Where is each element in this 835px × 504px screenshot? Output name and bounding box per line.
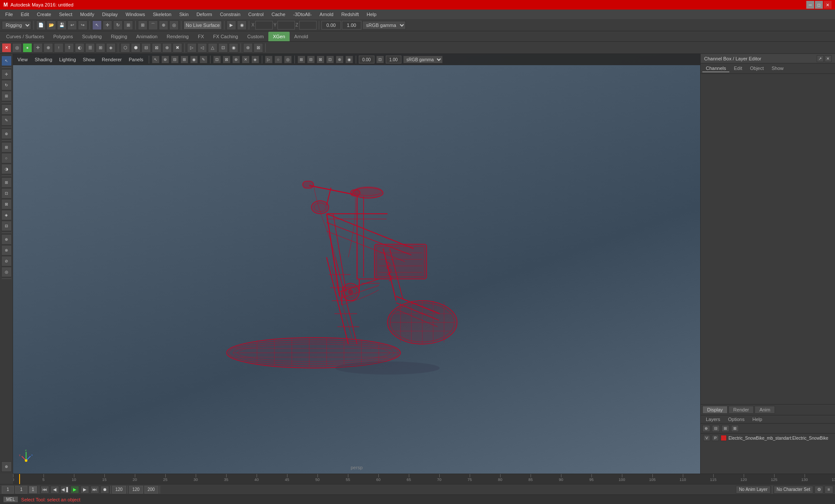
color-space-dropdown[interactable]: sRGB gamma: [362, 21, 406, 30]
icon-lt-8[interactable]: ◎: [1, 267, 12, 277]
timeline-cursor[interactable]: [19, 474, 20, 484]
layer-ctrl-btn-3[interactable]: ⊞: [721, 425, 729, 432]
save-file-button[interactable]: 💾: [57, 20, 67, 30]
vp-icon-18[interactable]: ⊡: [326, 56, 334, 63]
no-anim-layer-btn[interactable]: No Anim Layer: [736, 486, 771, 494]
lasso-btn[interactable]: ◎: [12, 43, 22, 53]
panel-close-btn[interactable]: ✕: [825, 55, 832, 62]
tool21-btn[interactable]: ◉: [229, 43, 238, 53]
select-icon-btn[interactable]: ✕: [2, 43, 11, 53]
bp-sub-options[interactable]: Options: [725, 416, 748, 422]
bp-tab-anim[interactable]: Anim: [755, 406, 775, 414]
menu-deform[interactable]: Deform: [193, 10, 216, 19]
tool11-btn[interactable]: ⬡: [120, 43, 130, 53]
vp-icon-3[interactable]: ⊟: [171, 56, 179, 63]
channel-tab-channels[interactable]: Channels: [702, 65, 729, 72]
tab-arnold[interactable]: Arnold: [290, 32, 313, 41]
tool9-btn[interactable]: ⊞: [96, 43, 105, 53]
bp-tab-display[interactable]: Display: [702, 406, 728, 414]
frame-end-input[interactable]: [112, 486, 126, 494]
vp-color-space[interactable]: sRGB gamma: [403, 56, 443, 63]
vp-icon-4[interactable]: ⊞: [180, 56, 188, 63]
show-manip-btn[interactable]: ⊕: [1, 129, 12, 139]
icon-lt-9[interactable]: ⊕: [1, 461, 12, 472]
vp-renderer-menu[interactable]: Renderer: [99, 55, 124, 64]
vp-icon-17[interactable]: ⊠: [317, 56, 324, 63]
select-lt-btn[interactable]: ↖: [1, 56, 12, 66]
paint-btn[interactable]: ●: [23, 43, 32, 53]
minimize-button[interactable]: ─: [806, 1, 814, 9]
snap-point-button[interactable]: ⊕: [159, 20, 168, 30]
timeline-ruler[interactable]: 0510152025303540455055606570758085909510…: [13, 474, 835, 484]
tab-xgen[interactable]: XGen: [268, 32, 289, 41]
bp-sub-help[interactable]: Help: [749, 416, 766, 422]
menu-display[interactable]: Display: [99, 10, 121, 19]
icon-lt-4[interactable]: ⊟: [1, 221, 12, 231]
vp-icon-5[interactable]: ◉: [190, 56, 198, 63]
frame-start-input[interactable]: [2, 486, 14, 494]
channel-tab-object[interactable]: Object: [746, 65, 767, 72]
x-input[interactable]: [255, 21, 273, 30]
menu-skin[interactable]: Skin: [176, 10, 192, 19]
vp-panels-menu[interactable]: Panels: [126, 55, 146, 64]
tab-rigging[interactable]: Rigging: [107, 32, 131, 41]
tab-fx-caching[interactable]: FX Caching: [209, 32, 242, 41]
move-tool-button[interactable]: ✛: [103, 20, 112, 30]
tab-animation[interactable]: Animation: [132, 32, 162, 41]
char-set-opt-btn[interactable]: ⚙: [815, 486, 823, 494]
menu-windows[interactable]: Windows: [122, 10, 149, 19]
go-to-start-btn[interactable]: ⏮: [40, 486, 49, 494]
scale-tool-button[interactable]: ⊞: [124, 20, 133, 30]
layer-vis-v[interactable]: V: [703, 435, 710, 441]
val1-input[interactable]: 0.00: [321, 21, 341, 30]
tab-polygons[interactable]: Polygons: [49, 32, 77, 41]
menu-redshift[interactable]: Redshift: [338, 10, 362, 19]
bp-tab-render[interactable]: Render: [728, 406, 754, 414]
menu-edit[interactable]: Edit: [17, 10, 33, 19]
new-file-button[interactable]: 📄: [36, 20, 46, 30]
vp-icon-19[interactable]: ⊕: [336, 56, 344, 63]
tab-sculpting[interactable]: Sculpting: [78, 32, 106, 41]
layer-ctrl-btn-4[interactable]: ⊠: [731, 425, 739, 432]
open-file-button[interactable]: 📂: [47, 20, 56, 30]
tool12-btn[interactable]: ⬢: [131, 43, 140, 53]
menu-file[interactable]: File: [2, 10, 17, 19]
tool18-btn[interactable]: ◁: [197, 43, 207, 53]
tool10-btn[interactable]: ◈: [106, 43, 116, 53]
step-fwd-btn[interactable]: ▶: [80, 486, 89, 494]
z-input[interactable]: [299, 21, 317, 30]
icon-lt-2[interactable]: ⊠: [1, 199, 12, 209]
menu-skeleton[interactable]: Skeleton: [149, 10, 175, 19]
tab-curves-surfaces[interactable]: Curves / Surfaces: [2, 32, 48, 41]
menu-help[interactable]: Help: [363, 10, 380, 19]
icon-lt-1[interactable]: ⊡: [1, 188, 12, 199]
vp-shading-menu[interactable]: Shading: [32, 55, 55, 64]
step-back-btn[interactable]: ◀: [50, 486, 59, 494]
vp-icon-12[interactable]: ▷: [265, 56, 273, 63]
char-set-btn2[interactable]: ≡: [825, 486, 833, 494]
close-button[interactable]: ✕: [824, 1, 832, 9]
vp-lighting-menu[interactable]: Lighting: [57, 55, 79, 64]
frame-range-start[interactable]: [129, 486, 143, 494]
vp-icon-20[interactable]: ◉: [345, 56, 353, 63]
tool16-btn[interactable]: ✖: [173, 43, 182, 53]
vp-show-menu[interactable]: Show: [80, 55, 98, 64]
maximize-button[interactable]: □: [815, 1, 823, 9]
vp-icon-21[interactable]: ⊡: [376, 56, 384, 63]
anim-layer-btn[interactable]: 1: [29, 486, 37, 494]
frame-range-end[interactable]: [144, 486, 158, 494]
layer-color-swatch[interactable]: [721, 435, 727, 441]
icon-lt-5[interactable]: ⊕: [1, 234, 12, 245]
mel-label[interactable]: MEL: [3, 497, 18, 502]
select-tool-button[interactable]: ↖: [92, 20, 102, 30]
no-live-surface-label[interactable]: No Live Surface: [184, 21, 222, 30]
frame-current-input[interactable]: [15, 486, 27, 494]
vp-val1[interactable]: [359, 56, 374, 63]
menu-cache[interactable]: Cache: [268, 10, 289, 19]
tool17-btn[interactable]: ▷: [187, 43, 197, 53]
vp-icon-13[interactable]: ○: [274, 56, 282, 63]
snap-grid-button[interactable]: ⊞: [138, 20, 147, 30]
tool8-btn[interactable]: ☰: [85, 43, 95, 53]
play-btn[interactable]: ▶: [70, 486, 79, 494]
snap-view-button[interactable]: ◎: [169, 20, 179, 30]
